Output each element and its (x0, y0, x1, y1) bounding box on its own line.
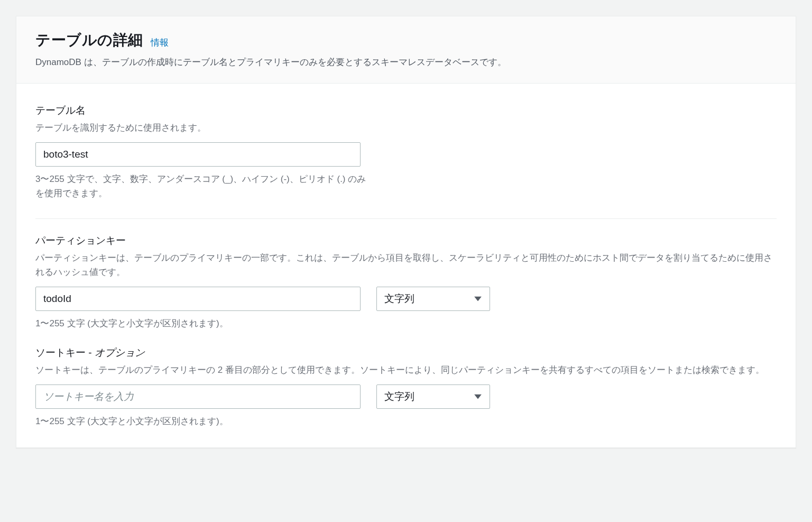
panel-subtitle: DynamoDB は、テーブルの作成時にテーブル名とプライマリキーのみを必要とす… (35, 56, 777, 69)
table-name-group: テーブル名 テーブルを識別するために使用されます。 3〜255 文字で、文字、数… (35, 89, 777, 201)
sort-key-type-value: 文字列 (384, 390, 414, 404)
info-link[interactable]: 情報 (151, 38, 169, 48)
partition-key-type-select[interactable]: 文字列 (376, 287, 490, 311)
partition-key-label: パーティションキー (35, 234, 777, 248)
table-name-desc: テーブルを識別するために使用されます。 (35, 121, 777, 135)
sort-key-label: ソートキー - オプション (35, 346, 777, 360)
sort-key-input[interactable] (35, 384, 361, 409)
sort-key-desc: ソートキーは、テーブルのプライマリキーの 2 番目の部分として使用できます。ソー… (35, 363, 777, 377)
table-name-input[interactable] (35, 142, 361, 167)
table-details-panel: テーブルの詳細 情報 DynamoDB は、テーブルの作成時にテーブル名とプライ… (16, 16, 796, 448)
partition-key-group: パーティションキー パーティションキーは、テーブルのプライマリキーの一部です。こ… (35, 219, 777, 331)
sort-key-group: ソートキー - オプション ソートキーは、テーブルのプライマリキーの 2 番目の… (35, 331, 777, 428)
partition-key-desc: パーティションキーは、テーブルのプライマリキーの一部です。これは、テーブルから項… (35, 251, 777, 279)
table-name-label: テーブル名 (35, 104, 777, 117)
partition-key-type-value: 文字列 (384, 292, 414, 306)
partition-key-input[interactable] (35, 287, 361, 311)
panel-body: テーブル名 テーブルを識別するために使用されます。 3〜255 文字で、文字、数… (16, 84, 796, 448)
sort-key-type-select[interactable]: 文字列 (376, 384, 490, 409)
sort-key-hint: 1〜255 文字 (大文字と小文字が区別されます)。 (35, 414, 374, 428)
panel-title: テーブルの詳細 (35, 30, 143, 50)
panel-header: テーブルの詳細 情報 DynamoDB は、テーブルの作成時にテーブル名とプライ… (16, 16, 796, 84)
table-name-hint: 3〜255 文字で、文字、数字、アンダースコア (_)、ハイフン (-)、ピリオ… (35, 172, 374, 200)
partition-key-hint: 1〜255 文字 (大文字と小文字が区別されます)。 (35, 316, 374, 331)
